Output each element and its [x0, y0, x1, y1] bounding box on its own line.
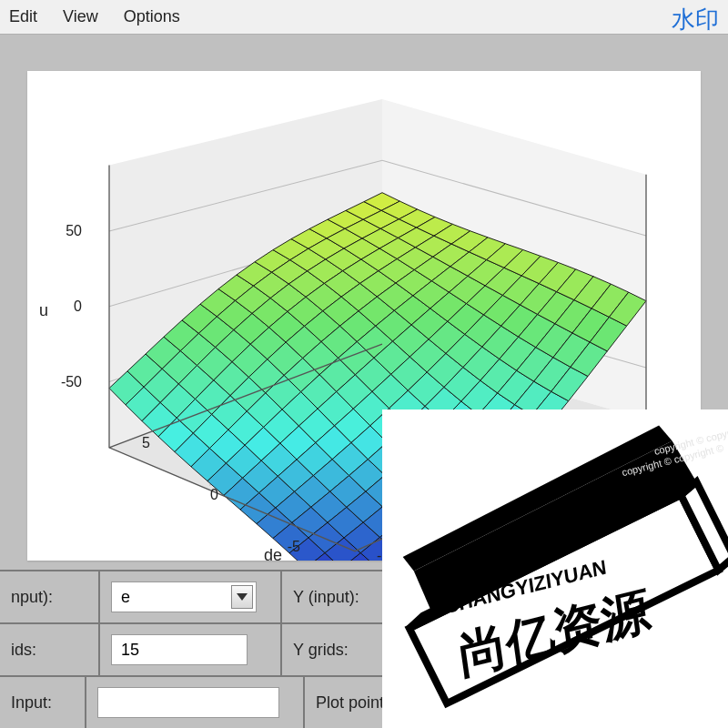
ref-input-field[interactable] [97, 687, 279, 718]
menu-view[interactable]: View [63, 7, 98, 26]
x-input-combo[interactable] [111, 581, 257, 612]
x-grids-field[interactable] [111, 634, 248, 665]
watermark-label: 水印 [672, 4, 719, 35]
x-axis-label: de [264, 545, 282, 561]
x-input-label: nput): [11, 588, 53, 607]
z-axis-label: u [39, 300, 48, 319]
svg-marker-239 [237, 593, 248, 601]
y-input-label: Y (input): [293, 588, 359, 607]
z-tick-neg50: -50 [61, 372, 82, 389]
menu-options[interactable]: Options [124, 7, 180, 26]
chevron-down-icon[interactable] [231, 585, 253, 609]
brand-overlay: SHANGYIZIYUAN 尚亿资源 copyright © copyright… [382, 410, 728, 728]
x-tick-5: 5 [142, 434, 150, 450]
x-tick-neg5: -5 [288, 537, 300, 553]
z-tick-0: 0 [74, 298, 82, 314]
x-tick-0: 0 [210, 485, 218, 501]
ref-input-label: Input: [11, 693, 52, 713]
x-grids-label: ids: [11, 641, 36, 660]
menubar: Edit View Options 水印 [0, 0, 728, 35]
y-grids-label: Y grids: [293, 641, 349, 660]
z-tick-50: 50 [66, 222, 82, 238]
menu-edit[interactable]: Edit [9, 7, 37, 26]
